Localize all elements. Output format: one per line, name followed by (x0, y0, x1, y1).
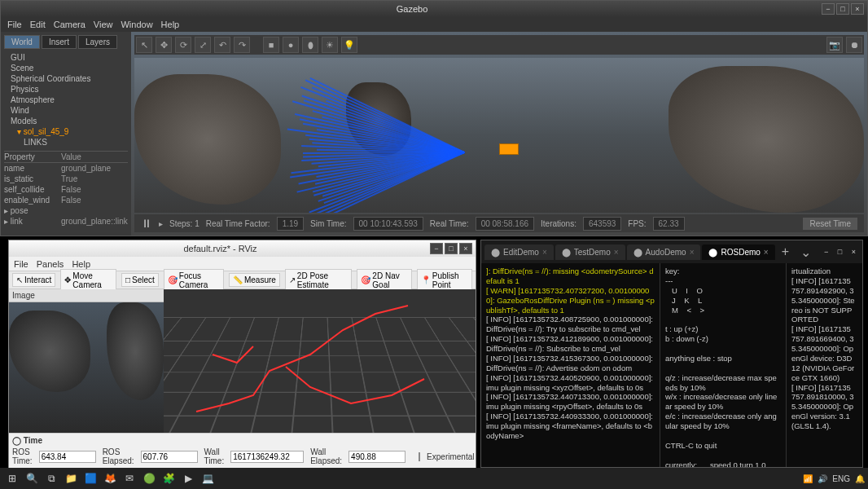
taskbar-icon[interactable]: 📁 (62, 469, 80, 487)
terminal-tab[interactable]: ⬤EditDemo× (484, 244, 554, 260)
taskbar-icon[interactable]: 🟦 (81, 469, 99, 487)
terminal-pane-teleop[interactable]: key:--- U I O J K L M < > t : up (+z)b :… (660, 263, 787, 467)
maximize-button[interactable]: □ (836, 3, 849, 15)
terminal-body[interactable]: ]: DiffDrive(ns = //): missing <odometry… (481, 263, 862, 467)
tree-item[interactable]: Scene (4, 63, 128, 73)
taskbar-icon[interactable]: 🦊 (101, 469, 119, 487)
tray-icon[interactable]: ENG (832, 474, 850, 483)
minimize-button[interactable]: − (430, 243, 443, 254)
gazebo-titlebar[interactable]: Gazebo − □ × (1, 1, 867, 17)
translate-tool[interactable]: ✥ (156, 37, 172, 53)
property-row[interactable]: enable_windFalse (4, 195, 128, 205)
property-row[interactable]: ▸ pose (4, 205, 128, 216)
tray-icon[interactable]: 🔔 (855, 474, 865, 483)
rock-mesh (107, 302, 164, 400)
tool-publish-point[interactable]: 📍Publish Point (417, 269, 472, 292)
sphere-tool[interactable]: ● (283, 37, 299, 53)
tree-item[interactable]: Physics (4, 84, 128, 95)
terminal-line: [ INFO] [1617135732.440933300, 0.0010000… (486, 412, 655, 441)
tree-item[interactable]: Models (4, 116, 128, 126)
select-tool[interactable]: ↖ (136, 37, 152, 53)
taskbar-icon[interactable]: ⊞ (3, 469, 21, 487)
taskbar-icon[interactable]: 🔍 (23, 469, 41, 487)
tree-item-selected[interactable]: ▾ sol_sil_45_9 (4, 126, 128, 137)
tool-measure[interactable]: 📏Measure (229, 273, 280, 287)
close-button[interactable]: × (848, 246, 859, 258)
tree-item[interactable]: Atmosphere (4, 95, 128, 105)
menu-edit[interactable]: Edit (30, 20, 46, 29)
pause-button[interactable]: ⏸ (141, 217, 152, 230)
tray-icon[interactable]: 🔊 (818, 474, 827, 483)
menu-camera[interactable]: Camera (54, 20, 85, 29)
terminal-pane-ros[interactable]: ]: DiffDrive(ns = //): missing <odometry… (481, 263, 660, 467)
box-tool[interactable]: ■ (263, 37, 279, 53)
menu-file[interactable]: File (7, 20, 22, 29)
wall-time-field[interactable] (230, 451, 304, 463)
rviz-3d-view[interactable] (164, 289, 476, 433)
ros-elapsed-field[interactable] (141, 451, 198, 463)
tool-focus-camera[interactable]: 🎯Focus Camera (164, 269, 224, 292)
tool-2d-pose-estimate[interactable]: ↗2D Pose Estimate (285, 269, 353, 292)
undo-tool[interactable]: ↶ (214, 37, 230, 53)
spot-tool[interactable]: 💡 (341, 37, 357, 53)
minimize-button[interactable]: − (821, 246, 831, 258)
close-button[interactable]: × (851, 3, 864, 15)
taskbar-icon[interactable]: ⧉ (42, 469, 60, 487)
new-tab-button[interactable]: + (777, 244, 794, 259)
terminal-pane-info[interactable]: irtualization[ INFO] [1617135757.8914929… (787, 263, 860, 467)
gazebo-viewport[interactable]: ↖ ✥ ⟳ ⤢ ↶ ↷ ■ ● ⬮ ☀ 💡 📷 ⏺ (131, 32, 867, 236)
wall-elapsed-field[interactable] (349, 451, 406, 463)
minimize-button[interactable]: − (822, 3, 835, 15)
tool-select[interactable]: □Select (121, 273, 159, 287)
maximize-button[interactable]: □ (835, 246, 845, 258)
rotate-tool[interactable]: ⟳ (175, 37, 191, 53)
menu-help[interactable]: Help (72, 259, 90, 269)
terminal-tab[interactable]: ⬤AudoDemo× (627, 244, 701, 260)
3d-scene[interactable] (134, 58, 864, 213)
tool-move-camera[interactable]: ✥Move Camera (60, 269, 116, 292)
cylinder-tool[interactable]: ⬮ (302, 37, 318, 53)
tool-2d-nav-goal[interactable]: 🎯2D Nav Goal (357, 269, 411, 292)
menu-help[interactable]: Help (161, 20, 180, 29)
menu-panels[interactable]: Panels (37, 259, 64, 269)
tool-interact[interactable]: ↖Interact (12, 273, 55, 287)
tab-world[interactable]: World (4, 35, 40, 49)
redo-tool[interactable]: ↷ (234, 37, 250, 53)
maximize-button[interactable]: □ (445, 243, 458, 254)
camera-tool[interactable]: 📷 (826, 37, 843, 53)
light-tool[interactable]: ☀ (322, 37, 338, 53)
property-row[interactable]: nameground_plane (4, 163, 128, 174)
taskbar-icon[interactable]: 🟢 (140, 469, 158, 487)
terminal-tab[interactable]: ⬤ROSDemo× (702, 244, 774, 260)
tab-insert[interactable]: Insert (42, 35, 77, 49)
taskbar-icon[interactable]: ✉ (121, 469, 138, 487)
robot-model[interactable] (499, 143, 519, 155)
tab-dropdown[interactable]: ⌄ (796, 244, 816, 260)
taskbar-icon[interactable]: 🧩 (160, 469, 178, 487)
taskbar-icon[interactable]: 💻 (199, 469, 217, 487)
ros-time-field[interactable] (39, 451, 96, 463)
property-row[interactable]: self_collideFalse (4, 184, 128, 195)
menu-view[interactable]: View (94, 20, 113, 29)
rviz-titlebar[interactable]: default.rviz* - RViz − □ × (9, 240, 476, 257)
tab-layers[interactable]: Layers (78, 35, 117, 49)
property-row[interactable]: ▸ linkground_plane::link (4, 216, 128, 227)
scale-tool[interactable]: ⤢ (195, 37, 211, 53)
image-panel-header[interactable]: Image (9, 289, 164, 302)
reset-time-button[interactable]: Reset Time (803, 218, 857, 230)
tree-item[interactable]: Spherical Coordinates (4, 73, 128, 84)
step-button[interactable]: ▸ (159, 219, 163, 228)
tray-icon[interactable]: 📶 (803, 474, 813, 483)
tree-item[interactable]: Wind (4, 105, 128, 116)
world-tree[interactable]: GUISceneSpherical CoordinatesPhysicsAtmo… (4, 52, 128, 148)
close-button[interactable]: × (459, 243, 472, 254)
tree-item[interactable]: LINKS (4, 137, 128, 148)
terminal-tab[interactable]: ⬤TestDemo× (555, 244, 625, 260)
property-row[interactable]: is_staticTrue (4, 174, 128, 184)
menu-file[interactable]: File (14, 259, 28, 269)
record-tool[interactable]: ⏺ (846, 37, 862, 53)
menu-window[interactable]: Window (121, 20, 152, 29)
taskbar-icon[interactable]: ▶ (179, 469, 197, 487)
tree-item[interactable]: GUI (4, 52, 128, 63)
experimental-checkbox[interactable] (419, 452, 420, 461)
